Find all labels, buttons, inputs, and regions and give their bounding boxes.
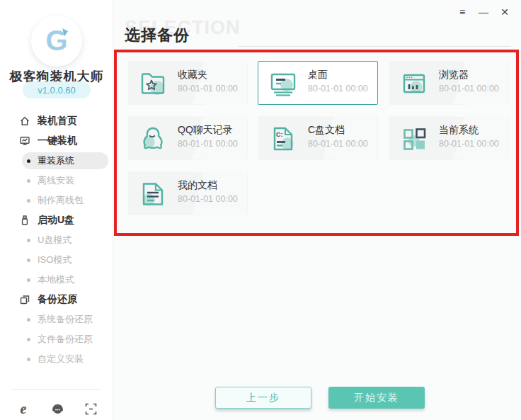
- qq-penguin-icon: [137, 123, 168, 154]
- sidebar-item-label: 备份还原: [38, 293, 77, 306]
- card-title: 浏览器: [439, 69, 469, 81]
- sidebar-item-backup-restore[interactable]: 备份还原: [0, 290, 113, 310]
- card-title: 桌面: [308, 69, 328, 81]
- close-icon: ✕: [500, 6, 509, 18]
- card-date: 80-01-01 00:00: [178, 84, 238, 93]
- card-title: 我的文档: [178, 179, 217, 192]
- close-button[interactable]: ✕: [498, 6, 511, 18]
- sidebar-item-custom-install[interactable]: 自定义安装: [0, 349, 113, 369]
- browser-window-icon: [399, 68, 430, 99]
- card-title: 当前系统: [439, 124, 479, 137]
- bullet-icon: [27, 358, 30, 361]
- sidebar-footer: e: [0, 399, 113, 418]
- desktop-icon: [268, 68, 299, 99]
- bullet-icon: [27, 338, 30, 341]
- card-date: 80-01-01 00:00: [439, 139, 499, 149]
- sidebar-item-label: 文件备份还原: [38, 333, 93, 346]
- sidebar-item-local-mode[interactable]: 本地模式: [0, 270, 113, 290]
- card-date: 80-01-01 00:00: [178, 194, 238, 204]
- backup-card-desktop[interactable]: 桌面 80-01-01 00:00: [258, 61, 378, 105]
- bullet-icon: [27, 159, 30, 163]
- sidebar-item-usb-mode[interactable]: U盘模式: [0, 230, 113, 250]
- sidebar-item-one-click-install[interactable]: 一键装机: [0, 131, 113, 151]
- sidebar: G 极客狗装机大师 v1.0.0.60 装机首页 一键装机: [0, 0, 113, 420]
- backup-card-qq-chat[interactable]: QQ聊天记录 80-01-01 00:00: [127, 116, 248, 160]
- bullet-icon: [27, 259, 30, 262]
- c-drive-doc-icon: C:: [268, 123, 299, 154]
- card-date: 80-01-01 00:00: [178, 139, 238, 149]
- card-date: 80-01-01 00:00: [308, 84, 368, 93]
- sidebar-item-label: 装机首页: [38, 115, 77, 127]
- backup-card-favorites[interactable]: 收藏夹 80-01-01 00:00: [127, 61, 248, 105]
- menu-button[interactable]: ≡: [456, 6, 469, 18]
- hamburger-icon: ≡: [459, 6, 465, 18]
- sidebar-menu: 装机首页 一键装机 重装系统 离线安装 制作离线包: [0, 111, 113, 369]
- qr-scan-icon[interactable]: [83, 401, 98, 416]
- sidebar-item-make-offline-pack[interactable]: 制作离线包: [0, 191, 113, 210]
- sidebar-item-file-backup-restore[interactable]: 文件备份还原: [0, 329, 113, 349]
- favorites-folder-icon: [137, 68, 168, 99]
- usb-icon: [19, 215, 30, 226]
- card-date: 80-01-01 00:00: [439, 84, 499, 93]
- sidebar-item-label: 启动U盘: [38, 214, 74, 227]
- window-controls: ≡ — ✕: [456, 6, 511, 18]
- sidebar-divider: [11, 389, 101, 390]
- sidebar-item-label: U盘模式: [38, 234, 71, 246]
- sidebar-item-offline-install[interactable]: 离线安装: [0, 171, 113, 191]
- sidebar-item-label: 一键装机: [38, 135, 77, 147]
- backup-card-my-documents[interactable]: 我的文档 80-01-01 00:00: [127, 171, 248, 215]
- home-icon: [19, 115, 30, 127]
- card-title: 收藏夹: [178, 69, 207, 81]
- sidebar-item-label: ISO模式: [38, 254, 71, 266]
- bullet-icon: [27, 239, 30, 242]
- svg-text:C:: C:: [276, 131, 283, 138]
- bullet-icon: [27, 179, 30, 183]
- sidebar-item-label: 系统备份还原: [38, 313, 93, 326]
- sidebar-item-label: 制作离线包: [38, 194, 84, 207]
- sidebar-item-boot-usb[interactable]: 启动U盘: [0, 210, 113, 230]
- card-date: 80-01-01 00:00: [308, 139, 368, 149]
- bullet-icon: [27, 278, 30, 282]
- header-divider: [238, 46, 511, 47]
- backup-card-browser[interactable]: 浏览器 80-01-01 00:00: [389, 61, 509, 105]
- backup-card-c-drive-docs[interactable]: C: C盘文档 80-01-01 00:00: [258, 116, 378, 160]
- card-title: C盘文档: [308, 124, 345, 137]
- sidebar-item-label: 自定义安装: [38, 353, 84, 365]
- card-title: QQ聊天记录: [178, 124, 233, 137]
- minimize-icon: —: [479, 6, 488, 18]
- prev-step-button[interactable]: 上一步: [215, 387, 311, 409]
- sidebar-item-reinstall-system[interactable]: 重装系统: [0, 151, 113, 171]
- my-documents-icon: [137, 178, 168, 210]
- sidebar-item-home[interactable]: 装机首页: [0, 111, 113, 131]
- page-title: 选择备份: [125, 25, 190, 46]
- app-window: G 极客狗装机大师 v1.0.0.60 装机首页 一键装机: [0, 0, 521, 420]
- sidebar-item-iso-mode[interactable]: ISO模式: [0, 250, 113, 270]
- sidebar-item-label: 本地模式: [38, 273, 74, 286]
- minimize-button[interactable]: —: [477, 6, 490, 18]
- ie-browser-icon[interactable]: e: [16, 401, 31, 416]
- start-install-button[interactable]: 开始安装: [328, 387, 425, 409]
- sidebar-item-label: 重装系统: [38, 154, 74, 167]
- backup-card-current-system[interactable]: 当前系统 80-01-01 00:00: [389, 116, 509, 160]
- bullet-icon: [27, 318, 30, 322]
- monitor-icon: [19, 135, 30, 147]
- dog-g-logo-icon: G: [37, 21, 76, 61]
- current-system-icon: [399, 123, 430, 154]
- app-logo: G: [31, 16, 82, 67]
- sidebar-item-system-backup-restore[interactable]: 系统备份还原: [0, 310, 113, 329]
- restore-icon: [19, 294, 30, 305]
- customer-service-icon[interactable]: [50, 401, 65, 416]
- bullet-icon: [27, 199, 30, 203]
- version-badge: v1.0.0.60: [23, 81, 91, 98]
- sidebar-item-label: 离线安装: [38, 174, 74, 187]
